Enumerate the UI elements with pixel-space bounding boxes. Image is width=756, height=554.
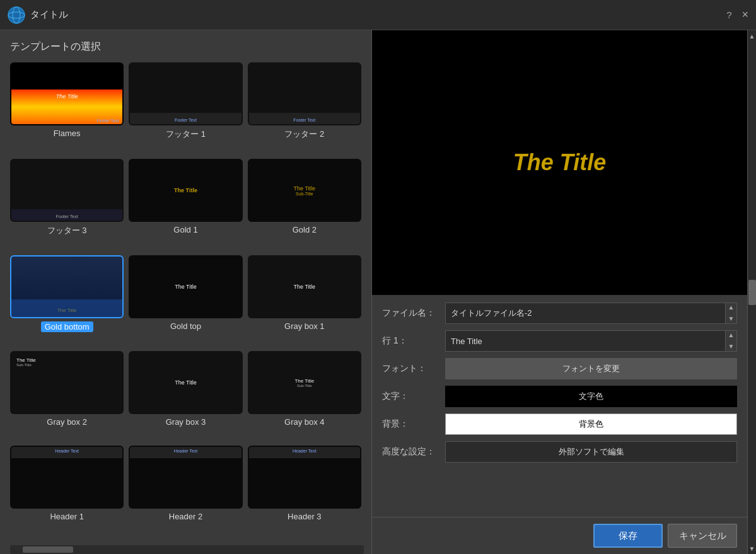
template-label-footer3: フッター 3 [47,225,87,236]
font-label: フォント： [382,363,439,374]
row1-up-arrow[interactable]: ▲ [728,331,735,340]
template-item-gray-box1[interactable]: The Title Gray box 1 [248,255,361,346]
template-thumb-header3: Header Text [248,446,361,509]
right-panel-inner: The Title ファイル名： ▲ ▼ [372,30,756,554]
fire-area: The Title Footer Text [11,89,122,124]
template-item-gray-box3[interactable]: The Title Gray box 3 [129,351,242,441]
close-button[interactable]: × [741,8,748,21]
row1-input-container: ▲ ▼ [445,330,737,352]
footer2-bar: Footer Text [249,113,360,124]
scrollbar-down-arrow[interactable]: ▼ [748,543,757,554]
template-thumb-gray-box2: The Title Sub-Title [10,351,124,414]
gold2-title: The Title [294,185,316,192]
header2-bar: Header Text [130,447,241,458]
footer3-text: Footer Text [56,214,78,219]
template-item-gold-top[interactable]: The Title Gold top [129,255,242,346]
gold-top-title: The Title [175,284,197,290]
advanced-button[interactable]: 外部ソフトで編集 [445,441,737,463]
template-label-gold-bottom: Gold bottom [41,321,93,332]
right-main: The Title ファイル名： ▲ ▼ [372,30,747,554]
footer1-text: Footer Text [175,118,197,122]
header1-text: Header Text [55,449,79,453]
gray-box2-subtitle: Sub-Title [16,363,32,367]
footer2-text: Footer Text [293,118,315,122]
template-grid: The Title Footer Text Flames Footer Text… [10,62,364,543]
template-item-header1[interactable]: Header Text Header 1 [10,446,124,535]
gold-bottom-blue-bar [11,299,122,317]
filename-input-container: ▲ ▼ [445,303,737,324]
template-label-footer1: フッター 1 [166,129,206,140]
row1-down-arrow[interactable]: ▼ [728,342,735,351]
prop-row-text-color: 文字： 文字色 [382,386,737,407]
filename-input[interactable] [446,309,725,318]
prop-row-font: フォント： フォントを変更 [382,358,737,379]
template-item-gray-box2[interactable]: The Title Sub-Title Gray box 2 [10,351,124,441]
bg-color-label: 背景： [382,418,439,430]
template-thumb-footer1: Footer Text [129,62,242,125]
font-change-button[interactable]: フォントを変更 [445,358,737,379]
template-thumb-header1: Header Text [10,446,124,509]
cancel-button[interactable]: キャンセル [668,524,737,548]
row1-label: 行 1： [382,335,439,347]
template-item-gold1[interactable]: The Title Gold 1 [129,159,242,250]
gray-box4-subtitle: Sub-Title [297,384,312,388]
gold2-subtitle: Sub-Title [296,192,313,196]
h-scrollbar-thumb [23,546,73,553]
header2-text: Header Text [174,449,198,453]
titlebar-controls: ? × [726,8,748,21]
template-label-header2: Header 2 [169,512,202,521]
template-thumb-gray-box3: The Title [129,351,242,414]
bottom-scrollbar [10,545,364,554]
template-label-gold-top: Gold top [170,321,201,331]
template-item-footer2[interactable]: Footer Text フッター 2 [248,62,361,154]
template-thumb-gold2: The Title Sub-Title [248,159,361,222]
scrollbar-up-arrow[interactable]: ▲ [748,30,757,42]
filename-scrollbar: ▲ ▼ [725,303,736,323]
template-item-header2[interactable]: Header Text Header 2 [129,446,242,535]
template-label-gray-box4: Gray box 4 [284,417,325,427]
help-button[interactable]: ? [726,9,731,20]
prop-row-filename: ファイル名： ▲ ▼ [382,303,737,324]
template-label-flames: Flames [54,129,81,138]
template-item-gold-bottom[interactable]: The Title Gold bottom [10,255,124,346]
app-icon [8,6,25,24]
preview-title: The Title [513,149,606,176]
template-label-header1: Header 1 [50,512,83,521]
action-bar: 保存 キャンセル [372,517,747,554]
template-thumb-footer2: Footer Text [248,62,361,125]
row1-input[interactable] [446,337,725,346]
template-label-gray-box3: Gray box 3 [166,417,206,427]
scrollbar-thumb[interactable] [748,280,756,305]
footer1-bar: Footer Text [130,113,241,124]
template-label-header3: Header 3 [288,512,321,521]
save-button[interactable]: 保存 [593,524,663,548]
panel-title: テンプレートの選択 [10,40,364,54]
template-label-gold2: Gold 2 [293,225,317,234]
template-item-footer1[interactable]: Footer Text フッター 1 [129,62,242,154]
header3-text: Header Text [293,449,317,453]
window-title: タイトル [30,9,726,21]
right-scrollbar: ▲ ▼ [747,30,756,554]
template-item-gold2[interactable]: The Title Sub-Title Gold 2 [248,159,361,250]
bg-color-button[interactable]: 背景色 [445,413,737,435]
template-label-footer2: フッター 2 [284,129,324,140]
filename-up-arrow[interactable]: ▲ [728,303,735,312]
gray-box4-title: The Title [294,378,314,384]
prop-row-bg-color: 背景： 背景色 [382,413,737,435]
header3-bar: Header Text [249,447,360,458]
gray-box1-title: The Title [294,284,316,290]
template-label-gray-box2: Gray box 2 [47,417,87,427]
template-item-header3[interactable]: Header Text Header 3 [248,446,361,535]
footer3-bar: Footer Text [11,209,122,221]
gray-box2-title: The Title [16,357,36,363]
text-color-button[interactable]: 文字色 [445,386,737,407]
template-item-footer3[interactable]: Footer Text フッター 3 [10,159,124,250]
main-content: テンプレートの選択 The Title Footer Text Flames [0,30,756,554]
template-thumb-gold1: The Title [129,159,242,222]
filename-down-arrow[interactable]: ▼ [728,315,735,323]
svg-point-0 [8,7,25,23]
template-item-flames[interactable]: The Title Footer Text Flames [10,62,124,154]
preview-area: The Title [372,30,747,295]
properties-panel: ファイル名： ▲ ▼ 行 1： [372,295,747,517]
template-item-gray-box4[interactable]: The Title Sub-Title Gray box 4 [248,351,361,441]
